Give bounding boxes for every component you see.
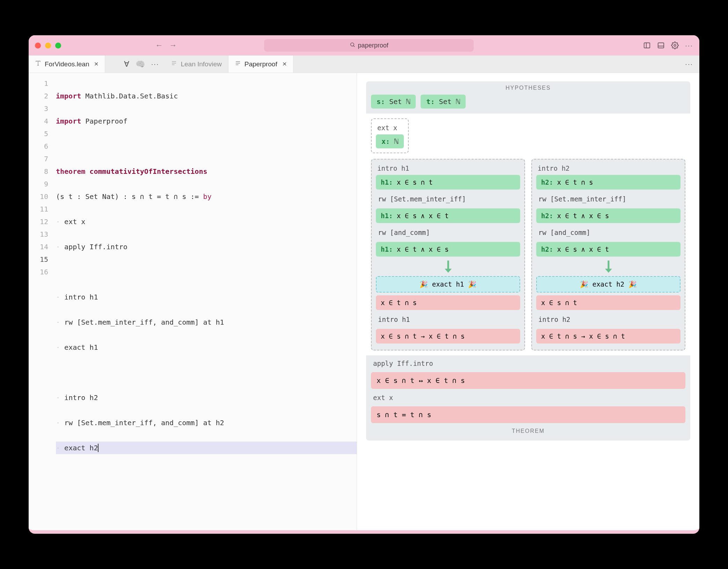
cursor xyxy=(98,444,99,452)
titlebar: ← → paperproof ··· xyxy=(29,35,699,56)
close-icon[interactable]: ✕ xyxy=(94,61,99,67)
code-text: Mathlib.Data.Set.Basic xyxy=(81,92,178,100)
hypothesis-step[interactable]: h2: x ∈ t ∧ x ∈ s xyxy=(536,208,680,223)
hypothesis-chip[interactable]: t: Set ℕ xyxy=(421,95,465,109)
preview-icon xyxy=(171,60,177,68)
goal-step[interactable]: x ∈ s ∩ t xyxy=(536,295,680,310)
svg-rect-4 xyxy=(658,43,664,48)
goal-step[interactable]: x ∈ t ∩ s → x ∈ s ∩ t xyxy=(536,329,680,343)
main-area: 1 2 3 4 5 6 7 8 9 10 11 12 13 14 15 16 i… xyxy=(29,73,699,530)
close-icon[interactable]: ✕ xyxy=(282,61,287,67)
tactic-step: rw [Set.mem_inter_iff] xyxy=(536,192,680,206)
vscode-window: ← → paperproof ··· Fo xyxy=(29,35,699,534)
code-text: (s t : Set Nat) : s ∩ t = t ∩ s := xyxy=(56,192,203,201)
keyword: import xyxy=(56,92,81,100)
theorem-label: THEOREM xyxy=(371,425,685,434)
command-center[interactable]: paperproof xyxy=(264,39,474,52)
layout-panel-icon[interactable] xyxy=(657,42,665,49)
hypothesis-step[interactable]: h1: x ∈ s ∩ t xyxy=(376,175,520,190)
minimize-window-button[interactable] xyxy=(45,43,51,49)
line-number: 2 xyxy=(29,90,48,102)
svg-point-0 xyxy=(350,43,354,46)
more-icon[interactable]: ··· xyxy=(685,42,693,50)
hypotheses-row: s: Set ℕ t: Set ℕ xyxy=(366,95,690,113)
editor-actions: ∀ 🧠 ··· xyxy=(105,56,165,73)
tab-file[interactable]: ForVideos.lean ✕ xyxy=(29,56,105,73)
code-text: intro h2 xyxy=(64,393,98,402)
svg-rect-2 xyxy=(644,43,650,48)
tactic-step: intro h1 xyxy=(376,313,520,326)
hyp-body: x ∈ s ∧ x ∈ t xyxy=(553,245,609,253)
goal-step[interactable]: x ∈ s ∩ t ↔ x ∈ t ∩ s xyxy=(371,372,685,389)
hyp-body: x ∈ s ∩ t xyxy=(393,178,432,186)
hyp-body: x ∈ t ∧ x ∈ s xyxy=(393,245,449,253)
paperproof-pane[interactable]: HYPOTHESES s: Set ℕ t: Set ℕ ext x x: ℕ … xyxy=(357,73,699,530)
goal-step[interactable]: x ∈ s ∩ t → x ∈ t ∩ s xyxy=(376,329,520,343)
hypothesis-step[interactable]: h1: x ∈ s ∧ x ∈ t xyxy=(376,208,520,223)
goal-step[interactable]: s ∩ t = t ∩ s xyxy=(371,406,685,423)
hyp-var: h1: xyxy=(381,212,393,220)
tactic-step: intro h2 xyxy=(536,313,680,326)
hypothesis-chip[interactable]: s: Set ℕ xyxy=(371,95,416,109)
hypothesis-chip[interactable]: x: ℕ xyxy=(376,134,404,148)
editor-pane[interactable]: 1 2 3 4 5 6 7 8 9 10 11 12 13 14 15 16 i… xyxy=(29,73,357,530)
titlebar-right-icons: ··· xyxy=(643,42,693,50)
nav-forward-icon[interactable]: → xyxy=(169,41,177,50)
tab-file-label: ForVideos.lean xyxy=(45,60,89,68)
line-number: 12 xyxy=(29,215,48,228)
gear-icon[interactable] xyxy=(671,42,679,49)
editor-tabs: ForVideos.lean ✕ ∀ 🧠 ··· Lean Infoview P… xyxy=(29,56,699,73)
tactic-step: rw [and_comm] xyxy=(536,226,680,239)
code-text: exact h2 xyxy=(64,444,98,452)
exact-step[interactable]: 🎉 exact h2 🎉 xyxy=(536,276,680,293)
tab-lean-infoview[interactable]: Lean Infoview xyxy=(165,56,228,73)
tactic-step: ext x xyxy=(371,391,685,404)
keyword: import xyxy=(56,117,81,125)
tactic-step: apply Iff.intro xyxy=(371,357,685,370)
more-icon[interactable]: ··· xyxy=(685,60,693,68)
line-number: 11 xyxy=(29,203,48,215)
line-number: 5 xyxy=(29,127,48,140)
tab-paperproof-label: Paperproof xyxy=(245,60,277,68)
brain-icon[interactable]: 🧠 xyxy=(136,60,145,69)
proof-tree: HYPOTHESES s: Set ℕ t: Set ℕ ext x x: ℕ … xyxy=(366,81,690,441)
exact-step[interactable]: 🎉 exact h1 🎉 xyxy=(376,276,520,293)
hyp-body: x ∈ t ∩ s xyxy=(553,178,593,186)
line-number: 7 xyxy=(29,153,48,165)
panel-actions: ··· xyxy=(293,56,699,73)
line-number: 1 xyxy=(29,77,48,90)
line-number: 4 xyxy=(29,115,48,127)
nav-back-icon[interactable]: ← xyxy=(155,41,163,50)
tab-paperproof[interactable]: Paperproof ✕ xyxy=(228,56,293,73)
hypothesis-step[interactable]: h2: x ∈ s ∧ x ∈ t xyxy=(536,242,680,257)
window-controls xyxy=(35,43,61,49)
tactic-label: intro h2 xyxy=(536,163,680,175)
tactic-label: ext x xyxy=(376,123,404,134)
search-text: paperproof xyxy=(358,42,388,49)
line-number: 8 xyxy=(29,165,48,178)
code-text: intro h1 xyxy=(64,293,98,301)
more-icon[interactable]: ··· xyxy=(151,60,159,68)
line-number: 13 xyxy=(29,228,48,241)
layout-sidebar-icon[interactable] xyxy=(643,42,651,49)
hyp-body: x ∈ t ∧ x ∈ s xyxy=(553,212,609,220)
hyp-var: h2: xyxy=(541,212,553,220)
maximize-window-button[interactable] xyxy=(55,43,61,49)
line-number: 6 xyxy=(29,140,48,153)
hypothesis-step[interactable]: h2: x ∈ t ∩ s xyxy=(536,175,680,190)
line-number: 9 xyxy=(29,178,48,190)
code-area[interactable]: import Mathlib.Data.Set.Basic import Pap… xyxy=(53,73,357,530)
close-window-button[interactable] xyxy=(35,43,41,49)
code-text: ext x xyxy=(64,217,85,226)
code-text: apply Iff.intro xyxy=(64,243,128,251)
tactic-step: rw [Set.mem_inter_iff] xyxy=(376,192,520,206)
code-text: exact h1 xyxy=(64,343,98,352)
code-text: rw [Set.mem_inter_iff, and_comm] at h1 xyxy=(64,318,224,326)
hyp-var: x: xyxy=(381,137,390,146)
tactic-step: rw [and_comm] xyxy=(376,226,520,239)
forall-icon[interactable]: ∀ xyxy=(124,60,129,69)
preview-icon xyxy=(235,60,241,68)
line-number: 16 xyxy=(29,266,48,278)
goal-step[interactable]: x ∈ t ∩ s xyxy=(376,295,520,310)
hypothesis-step[interactable]: h1: x ∈ t ∧ x ∈ s xyxy=(376,242,520,257)
